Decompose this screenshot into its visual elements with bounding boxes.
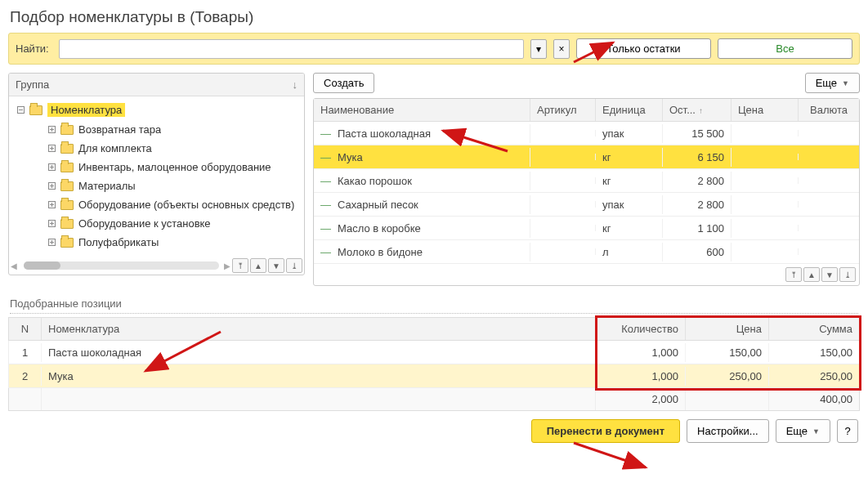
item-price (732, 130, 799, 136)
grid-row[interactable]: —Масло в коробкекг1 100 (314, 217, 859, 240)
col-art[interactable]: Артикул (530, 99, 596, 121)
tree-nav-bottom[interactable]: ⤓ (286, 258, 302, 273)
item-unit: кг (596, 219, 663, 238)
item-grid-header: Наименование Артикул Единица Ост...↑ Цен… (314, 99, 859, 122)
col-cur[interactable]: Валюта (799, 99, 859, 121)
tree-scrollbar[interactable]: ◀ ▶ ⤒ ▲ ▼ ⤓ (11, 258, 302, 273)
tree-nav-down[interactable]: ▼ (268, 258, 284, 273)
collapse-icon[interactable] (17, 106, 25, 114)
footer: Перенести в документ Настройки... Еще ▼ … (0, 411, 868, 443)
picked-row[interactable]: 1Паста шоколадная1,000150,00150,00 (8, 341, 860, 364)
tree-node-label: Оборудование к установке (78, 217, 211, 230)
item-cur (799, 154, 859, 160)
search-bar: Найти: ▾ × Только остатки Все (8, 33, 860, 65)
picked-col-nom[interactable]: Номенклатура (42, 318, 596, 340)
sort-asc-icon: ↑ (699, 106, 703, 115)
item-name: Сахарный песок (338, 199, 418, 211)
item-cur (799, 248, 859, 255)
footer-more-button[interactable]: Еще ▼ (776, 419, 830, 443)
expand-icon[interactable] (48, 182, 56, 190)
expand-icon[interactable] (48, 201, 56, 208)
item-name: Паста шоколадная (338, 127, 431, 140)
folder-icon (60, 125, 74, 135)
col-name[interactable]: Наименование (314, 99, 530, 121)
expand-icon[interactable] (48, 163, 56, 171)
tree-node[interactable]: Оборудование к установке (9, 214, 304, 233)
help-button[interactable]: ? (837, 419, 858, 443)
tree-node-label: Оборудование (объекты основных средств) (78, 199, 294, 211)
search-input[interactable] (59, 39, 524, 59)
create-button[interactable]: Создать (313, 73, 374, 93)
item-price (732, 248, 799, 255)
all-button[interactable]: Все (718, 38, 852, 59)
tree-node[interactable]: Полуфабрикаты (9, 233, 304, 252)
item-unit: упак (596, 124, 663, 143)
item-price (732, 177, 799, 184)
picked-section-label: Подобранные позиции (10, 297, 858, 314)
group-tree-header[interactable]: Группа ↓ (9, 74, 304, 96)
expand-icon[interactable] (48, 145, 56, 152)
search-clear-button[interactable]: × (553, 39, 570, 59)
item-cur (799, 225, 859, 231)
picked-col-n[interactable]: N (9, 318, 42, 340)
item-price (732, 225, 799, 231)
tree-nav-up[interactable]: ▲ (250, 258, 266, 273)
item-cur (799, 201, 859, 208)
item-icon: — (320, 175, 331, 187)
expand-icon[interactable] (48, 126, 56, 133)
col-stock[interactable]: Ост...↑ (663, 99, 732, 121)
list-more-button[interactable]: Еще ▼ (805, 73, 860, 93)
tree-node[interactable]: Возвратная тара (9, 120, 304, 139)
tree-node[interactable]: Для комплекта (9, 139, 304, 158)
grid-nav-down[interactable]: ▼ (821, 267, 838, 282)
folder-icon (60, 200, 74, 210)
stocks-only-button[interactable]: Только остатки (576, 38, 711, 59)
tree-node-label: Полуфабрикаты (78, 236, 159, 248)
picked-nom: Мука (42, 367, 596, 386)
item-art (530, 130, 596, 136)
col-price[interactable]: Цена (732, 99, 799, 121)
tree-nav-top[interactable]: ⤒ (232, 258, 248, 273)
picked-col-price[interactable]: Цена (686, 318, 769, 340)
tree-root-label: Номенклатура (47, 103, 125, 117)
picked-row[interactable]: 2Мука1,000250,00250,00 (8, 364, 860, 388)
item-art (530, 248, 596, 255)
item-cur (799, 130, 859, 136)
picked-col-qty[interactable]: Количество (596, 318, 686, 340)
grid-nav-bottom[interactable]: ⤓ (839, 267, 856, 282)
expand-icon[interactable] (48, 220, 56, 227)
tree-node-label: Для комплекта (78, 142, 152, 154)
item-art (530, 225, 596, 231)
grid-row[interactable]: —Сахарный песокупак2 800 (314, 193, 859, 217)
col-unit[interactable]: Единица (596, 99, 663, 121)
grid-row[interactable]: —Какао порошоккг2 800 (314, 169, 859, 193)
item-grid: Наименование Артикул Единица Ост...↑ Цен… (313, 98, 860, 286)
settings-button[interactable]: Настройки... (687, 419, 769, 443)
tree-node-label: Инвентарь, малоценное оборудование (78, 161, 271, 173)
picked-col-sum[interactable]: Сумма (769, 318, 859, 340)
grid-nav-up[interactable]: ▲ (803, 267, 820, 282)
tree-node[interactable]: Инвентарь, малоценное оборудование (9, 158, 304, 177)
picked-nom: Паста шоколадная (42, 343, 596, 362)
group-tree-body: Номенклатура Возвратная тараДля комплект… (9, 96, 304, 257)
tree-node-label: Материалы (78, 180, 136, 192)
tree-root[interactable]: Номенклатура (9, 100, 304, 120)
item-icon: — (320, 151, 331, 163)
grid-row[interactable]: —Паста шоколаднаяупак15 500 (314, 122, 859, 145)
transfer-button[interactable]: Перенести в документ (531, 419, 680, 443)
grid-nav-top[interactable]: ⤒ (785, 267, 802, 282)
expand-icon[interactable] (48, 239, 56, 246)
tree-node[interactable]: Материалы (9, 177, 304, 195)
search-dropdown-button[interactable]: ▾ (530, 39, 547, 59)
group-header-label: Группа (16, 78, 49, 91)
item-list-panel: Создать Еще ▼ Наименование Артикул Едини… (313, 73, 860, 286)
folder-icon (60, 238, 74, 248)
list-more-label: Еще (816, 77, 837, 89)
picked-sum: 250,00 (769, 367, 859, 386)
tree-node[interactable]: Оборудование (объекты основных средств) (9, 195, 304, 214)
item-stock: 6 150 (663, 148, 732, 167)
grid-row[interactable]: —Мукакг6 150 (314, 145, 859, 169)
picked-price: 250,00 (686, 367, 769, 386)
picked-qty: 1,000 (596, 367, 686, 386)
grid-row[interactable]: —Молоко в бидонел600 (314, 240, 859, 264)
